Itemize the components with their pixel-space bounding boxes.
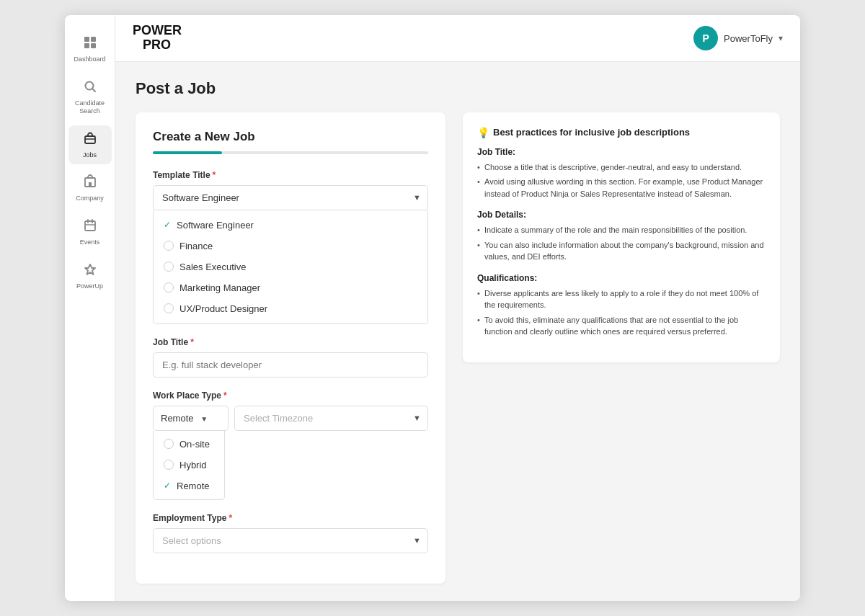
workplace-row: Remote ▼ Select Timezone ▼ [153, 406, 428, 431]
qualifications-section: Qualifications: Diverse applicants are l… [477, 273, 766, 338]
sidebar-item-company[interactable]: Company [68, 169, 112, 208]
sidebar-item-candidate-search[interactable]: Candidate Search [68, 73, 112, 121]
logo-line1: POWER [133, 24, 182, 38]
progress-bar-fill [153, 151, 222, 154]
dropdown-item-sales-executive[interactable]: Sales Executive [154, 256, 427, 277]
radio-dot-onsite [164, 439, 174, 449]
workplace-type-field: Work Place Type * Remote ▼ [153, 390, 428, 500]
sidebar-item-events[interactable]: Events [68, 213, 112, 252]
job-title-input[interactable] [153, 352, 428, 378]
powerup-icon [83, 262, 97, 280]
sidebar-item-powerup[interactable]: PowerUp [68, 256, 112, 296]
template-title-select-wrapper: Software Engineer ▼ [153, 185, 428, 210]
content-area: Post a Job Create a New Job Template Tit… [115, 62, 800, 601]
form-card: Create a New Job Template Title * Softwa… [136, 112, 445, 584]
qualifications-section-heading: Qualifications: [477, 273, 766, 283]
dashboard-icon [83, 35, 97, 53]
radio-dot-marketing [164, 282, 174, 293]
content-columns: Create a New Job Template Title * Softwa… [136, 112, 780, 584]
employment-type-select-wrapper: Select options ▼ [153, 528, 428, 553]
main-area: POWER PRO P PowerToFly ▾ Post a Job Crea… [115, 15, 800, 601]
workplace-select[interactable]: Remote ▼ [153, 406, 229, 431]
required-star-workplace: * [223, 390, 227, 401]
job-title-section-heading: Job Title: [477, 147, 766, 157]
dropdown-item-onsite[interactable]: On-site [154, 434, 224, 455]
dropdown-item-software-engineer[interactable]: ✓ Software Engineer [154, 215, 427, 236]
jobs-icon [83, 131, 97, 149]
timezone-select[interactable]: Select Timezone [234, 406, 428, 431]
required-star: * [213, 170, 216, 180]
sidebar-item-dashboard[interactable]: Dashboard [68, 30, 112, 69]
workplace-dropdown: On-site Hybrid ✓ Remote [153, 431, 225, 500]
template-title-field: Template Title * Software Engineer ▼ [153, 170, 428, 324]
bullet-item: Choose a title that is descriptive, gend… [477, 161, 766, 174]
svg-rect-0 [84, 37, 89, 42]
bullet-item: Avoid using allusive wording in this sec… [477, 176, 766, 200]
dropdown-item-marketing-manager[interactable]: Marketing Manager [154, 277, 427, 298]
job-details-bullets: Indicate a summary of the role and the m… [477, 224, 766, 263]
sidebar-item-jobs[interactable]: Jobs [68, 125, 112, 165]
bulb-icon: 💡 [477, 127, 489, 138]
logo: POWER PRO [133, 24, 182, 53]
qualifications-bullets: Diverse applicants are less likely to ap… [477, 287, 766, 338]
job-title-field: Job Title * [153, 337, 428, 378]
workplace-select-wrapper: Remote ▼ [153, 406, 229, 431]
best-practices-panel: 💡 Best practices for inclusive job descr… [463, 112, 780, 362]
sidebar-label-dashboard: Dashboard [74, 55, 105, 63]
svg-rect-3 [91, 43, 96, 48]
job-title-bullets: Choose a title that is descriptive, gend… [477, 161, 766, 200]
template-title-select[interactable]: Software Engineer [153, 185, 428, 210]
radio-dot-ux [164, 303, 174, 313]
check-icon-remote: ✓ [164, 481, 171, 491]
sidebar-label-jobs: Jobs [83, 151, 97, 159]
timezone-select-wrapper: Select Timezone ▼ [234, 406, 428, 431]
workplace-chevron-icon: ▼ [200, 415, 208, 423]
dropdown-item-ux-designer[interactable]: UX/Product Designer [154, 298, 427, 319]
chevron-down-icon: ▾ [778, 33, 783, 43]
company-icon [83, 174, 97, 192]
sidebar-label-candidate-search: Candidate Search [75, 99, 105, 115]
logo-line2: PRO [133, 38, 182, 53]
radio-dot-hybrid [164, 460, 174, 470]
workplace-type-label: Work Place Type * [153, 390, 428, 401]
bullet-item: Diverse applicants are less likely to ap… [477, 287, 766, 311]
svg-line-5 [92, 89, 95, 92]
check-icon: ✓ [164, 220, 171, 230]
employment-type-select[interactable]: Select options [153, 528, 428, 553]
search-icon [83, 79, 97, 97]
bullet-item: Indicate a summary of the role and the m… [477, 224, 766, 236]
radio-dot-finance [164, 241, 174, 251]
required-star-employment: * [229, 513, 232, 523]
job-title-label: Job Title * [153, 337, 428, 347]
employment-type-label: Employment Type * [153, 513, 428, 523]
events-icon [83, 218, 97, 236]
svg-rect-9 [89, 182, 92, 187]
employment-type-field: Employment Type * Select options ▼ [153, 513, 428, 553]
progress-bar-container [153, 151, 428, 154]
form-card-title: Create a New Job [153, 130, 428, 144]
radio-dot-sales [164, 262, 174, 272]
svg-rect-1 [91, 37, 96, 42]
sidebar: Dashboard Candidate Search Jobs [65, 15, 115, 601]
user-name: PowerToFly [724, 33, 773, 44]
dropdown-item-finance[interactable]: Finance [154, 236, 427, 256]
dropdown-item-hybrid[interactable]: Hybrid [154, 455, 224, 476]
template-dropdown: ✓ Software Engineer Finance Sales Execut… [153, 210, 428, 324]
sidebar-label-company: Company [76, 195, 104, 202]
sidebar-label-powerup: PowerUp [76, 282, 103, 290]
job-title-section: Job Title: Choose a title that is descri… [477, 147, 766, 200]
required-star-job-title: * [190, 337, 194, 347]
svg-rect-10 [85, 221, 95, 231]
page-title: Post a Job [136, 79, 780, 98]
svg-rect-2 [84, 43, 89, 48]
user-badge[interactable]: P PowerToFly ▾ [693, 26, 783, 50]
top-header: POWER PRO P PowerToFly ▾ [115, 15, 800, 62]
bullet-item: You can also include information about t… [477, 239, 766, 263]
panel-title: 💡 Best practices for inclusive job descr… [477, 127, 766, 138]
avatar: P [693, 26, 718, 50]
dropdown-item-remote[interactable]: ✓ Remote [154, 476, 224, 496]
bullet-item: To avoid this, eliminate any qualificati… [477, 314, 766, 338]
job-details-section-heading: Job Details: [477, 210, 766, 220]
job-details-section: Job Details: Indicate a summary of the r… [477, 210, 766, 263]
avatar-initial: P [702, 32, 709, 44]
